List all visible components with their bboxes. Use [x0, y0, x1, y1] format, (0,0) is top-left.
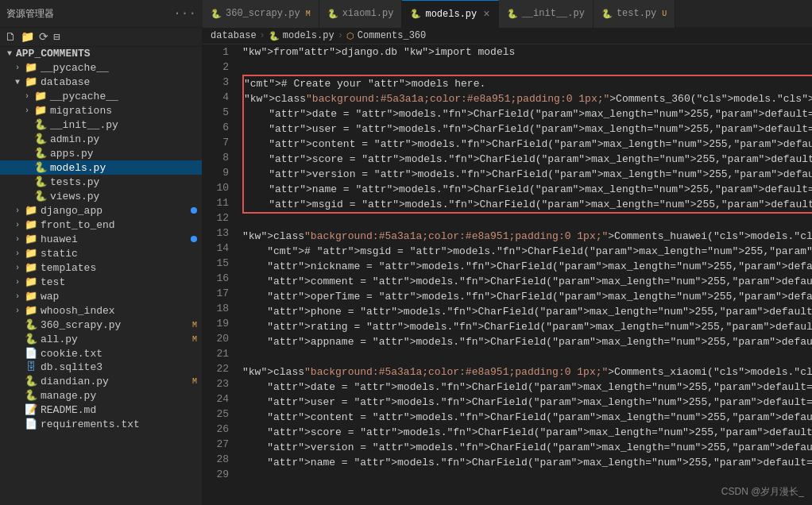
refresh-icon[interactable]: ⟳	[39, 30, 48, 44]
code-container[interactable]: 1234567891011121314151617181920212223242…	[203, 44, 812, 505]
folder-arrow: ›	[21, 106, 33, 115]
code-editor[interactable]: "kw">from "attr">django.db "kw">import m…	[238, 44, 812, 505]
code-line-29	[242, 470, 812, 485]
code-text: "attr">operTime	[242, 289, 360, 304]
tree-item-init-db[interactable]: 🐍__init__.py	[0, 118, 202, 132]
tree-item-templates[interactable]: ›📁templates	[0, 260, 202, 275]
tree-item-django-app[interactable]: ›📁django_app	[0, 203, 202, 218]
folder-icon: 📁	[24, 290, 38, 303]
line-number: 22	[203, 361, 229, 376]
tree-label: admin.py	[50, 133, 202, 145]
folder-arrow: ›	[11, 292, 24, 301]
editor-area: database › 🐍 models.py › ⬡ Comments_360 …	[203, 28, 812, 505]
tree-item-views-py[interactable]: 🐍views.py	[0, 189, 202, 203]
code-text: "kw">class	[242, 229, 304, 244]
tree-item-pycache-db[interactable]: ›📁__pycache__	[0, 89, 202, 103]
code-text	[242, 349, 249, 364]
tree-item-whoosh-index[interactable]: ›📁whoosh_index	[0, 303, 202, 318]
tree-item-db-sqlite3[interactable]: 🗄db.sqlite3	[0, 360, 202, 374]
folder-icon: 📁	[24, 204, 38, 217]
tree-label: db.sqlite3	[41, 361, 202, 373]
py-icon: 🐍	[33, 175, 48, 188]
tree-item-static[interactable]: ›📁static	[0, 246, 202, 260]
tree-root[interactable]: ▼APP_COMMENTS	[0, 47, 202, 60]
tab-tab-test[interactable]: 🐍test.pyU	[594, 0, 675, 28]
tree-item-database[interactable]: ▼📁database	[0, 75, 202, 89]
tree-item-wap[interactable]: ›📁wap	[0, 289, 202, 303]
line-number: 13	[203, 226, 229, 241]
tree-item-models-py[interactable]: 🐍models.py	[0, 160, 202, 175]
py-orange-icon: 🐍	[24, 389, 38, 402]
tree-item-tests-py[interactable]: 🐍tests.py	[0, 175, 202, 189]
tree-item-migrations[interactable]: ›📁migrations	[0, 103, 202, 118]
tree-item-all-py[interactable]: 🐍all.pyM	[0, 332, 202, 346]
sidebar-menu-button[interactable]: ···	[173, 6, 196, 21]
code-text: "cmt"># "attr">msgid	[242, 244, 391, 259]
line-number: 26	[203, 422, 229, 437]
folder-arrow: ›	[11, 235, 24, 244]
folder-icon: 📁	[24, 247, 38, 260]
tree-badge: M	[192, 321, 197, 330]
tree-label: cookie.txt	[41, 348, 202, 360]
folder-icon: 📁	[24, 233, 38, 245]
code-text: "attr">rating	[242, 319, 348, 334]
code-line-28: "attr">name = "attr">models."fn">CharFie…	[242, 455, 812, 470]
tab-label: models.py	[425, 9, 477, 20]
code-line-9: "attr">version = "attr">models."fn">Char…	[244, 167, 812, 182]
tree-label: static	[41, 248, 202, 260]
tree-item-pycache-root[interactable]: ›📁__pycache__	[0, 60, 202, 75]
code-text: "attr">phone	[242, 304, 342, 319]
tree-label: README.md	[41, 404, 202, 416]
tree-label: django_app	[41, 205, 191, 217]
txt-icon: 📄	[24, 347, 38, 360]
new-file-icon[interactable]: 🗋	[5, 31, 16, 44]
folder-arrow: ›	[21, 92, 33, 101]
tree-item-test[interactable]: ›📁test	[0, 275, 202, 289]
code-line-15: "attr">nickname = "attr">models."fn">Cha…	[242, 259, 812, 274]
tab-label: 360_scrapy.py	[226, 8, 300, 19]
tree-label: __pycache__	[41, 62, 202, 74]
tree-item-requirements-txt[interactable]: 📄requirements.txt	[0, 417, 202, 431]
code-text: "attr">appname	[242, 334, 354, 349]
folder-arrow: ›	[11, 306, 24, 315]
line-number: 2	[203, 60, 229, 75]
tree-item-admin-py[interactable]: 🐍admin.py	[0, 132, 202, 146]
code-line-20: "attr">appname = "attr">models."fn">Char…	[242, 334, 812, 349]
tree-label: all.py	[41, 333, 189, 345]
code-text: "kw">class	[242, 364, 304, 380]
py-icon: 🐍	[33, 133, 48, 145]
tree-item-scrapy360[interactable]: 🐍360_scrapy.pyM	[0, 318, 202, 332]
tree-item-diandian-py[interactable]: 🐍diandian.pyM	[0, 374, 202, 388]
tree-item-readme-md[interactable]: 📝README.md	[0, 403, 202, 417]
root-label: APP_COMMENTS	[16, 48, 91, 60]
line-number: 16	[203, 271, 229, 286]
folder-arrow: ›	[11, 221, 24, 229]
tab-tab-xiaomi[interactable]: 🐍xiaomi.py	[319, 0, 403, 28]
tree-item-apps-py[interactable]: 🐍apps.py	[0, 146, 202, 160]
line-number: 24	[203, 391, 229, 407]
tree-item-huawei[interactable]: ›📁huawei	[0, 232, 202, 246]
tree-label: wap	[41, 291, 202, 303]
tree-item-cookie-txt[interactable]: 📄cookie.txt	[0, 346, 202, 360]
breadcrumb-icon-class: ⬡	[346, 31, 354, 41]
tree-label: migrations	[50, 105, 202, 117]
tab-tab-models[interactable]: 🐍models.py×	[402, 0, 498, 28]
tab-tab-init[interactable]: 🐍__init__.py	[499, 0, 594, 28]
line-number: 25	[203, 407, 229, 422]
tab-tab-360scrapy[interactable]: 🐍360_scrapy.pyM	[203, 0, 319, 28]
line-number: 9	[203, 165, 229, 180]
code-line-23: "attr">date = "attr">models."fn">CharFie…	[242, 380, 812, 395]
line-number: 27	[203, 437, 229, 452]
collapse-icon[interactable]: ⊟	[53, 30, 60, 44]
tree-item-manage-py[interactable]: 🐍manage.py	[0, 388, 202, 403]
folder-icon: 📁	[24, 276, 38, 288]
code-line-11: "attr">msgid = "attr">models."fn">CharFi…	[244, 197, 812, 212]
tree-label: diandian.py	[41, 376, 189, 387]
new-folder-icon[interactable]: 📁	[21, 30, 34, 44]
code-line-10: "attr">name = "attr">models."fn">CharFie…	[244, 182, 812, 197]
tab-py-icon: 🐍	[601, 9, 613, 19]
tab-close-button[interactable]: ×	[483, 8, 489, 21]
sidebar: 🗋 📁 ⟳ ⊟ ▼APP_COMMENTS›📁__pycache__▼📁data…	[0, 28, 203, 505]
breadcrumb-icon-py: 🐍	[269, 31, 280, 41]
tree-item-front-to-end[interactable]: ›📁front_to_end	[0, 218, 202, 232]
